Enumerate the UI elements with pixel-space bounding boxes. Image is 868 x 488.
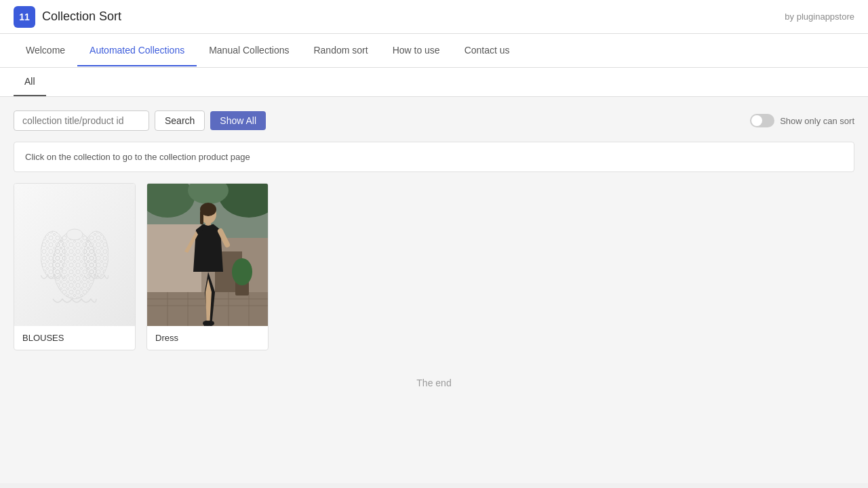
show-all-button[interactable]: Show All xyxy=(210,111,266,130)
nav-item-automated[interactable]: Automated Collections xyxy=(77,35,197,66)
collection-card-dress[interactable]: Dress xyxy=(146,183,269,350)
svg-point-34 xyxy=(206,321,214,326)
toggle-label: Show only can sort xyxy=(780,116,854,126)
nav-item-welcome[interactable]: Welcome xyxy=(14,35,77,66)
svg-point-7 xyxy=(84,231,108,279)
the-end: The end xyxy=(14,378,854,402)
nav-item-howto[interactable]: How to use xyxy=(380,35,452,66)
toggle-area: Show only can sort xyxy=(750,114,854,127)
tab-all[interactable]: All xyxy=(14,68,46,96)
search-button[interactable]: Search xyxy=(155,110,205,131)
nav-item-random[interactable]: Random sort xyxy=(301,35,380,66)
dress-image xyxy=(147,184,268,326)
show-only-can-sort-toggle[interactable] xyxy=(750,114,774,127)
svg-point-8 xyxy=(66,229,83,240)
svg-rect-28 xyxy=(200,211,203,224)
app-logo-icon: 11 xyxy=(14,6,35,28)
search-bar: Search Show All Show only can sort xyxy=(14,110,854,131)
collection-name-dress: Dress xyxy=(147,326,268,350)
info-message: Click on the collection to go to the col… xyxy=(25,152,250,162)
by-text: by pluginappstore xyxy=(785,12,854,22)
nav-item-contact[interactable]: Contact us xyxy=(452,35,522,66)
top-header: 11 Collection Sort by pluginappstore xyxy=(0,0,868,34)
collection-name-blouses: BLOUSES xyxy=(14,326,135,350)
search-input[interactable] xyxy=(14,110,149,131)
blouse-image xyxy=(14,184,135,326)
info-box: Click on the collection to go to the col… xyxy=(14,142,854,172)
tab-row: All xyxy=(0,68,868,97)
logo-area: 11 Collection Sort xyxy=(14,6,121,28)
main-content: Search Show All Show only can sort Click… xyxy=(0,97,868,483)
svg-point-6 xyxy=(41,231,65,279)
app-title: Collection Sort xyxy=(42,9,121,24)
nav-bar: Welcome Automated Collections Manual Col… xyxy=(0,34,868,68)
collection-card-blouses[interactable]: BLOUSES xyxy=(14,183,136,350)
collections-grid: BLOUSES xyxy=(14,183,854,350)
svg-point-25 xyxy=(232,258,252,285)
nav-item-manual[interactable]: Manual Collections xyxy=(197,35,301,66)
